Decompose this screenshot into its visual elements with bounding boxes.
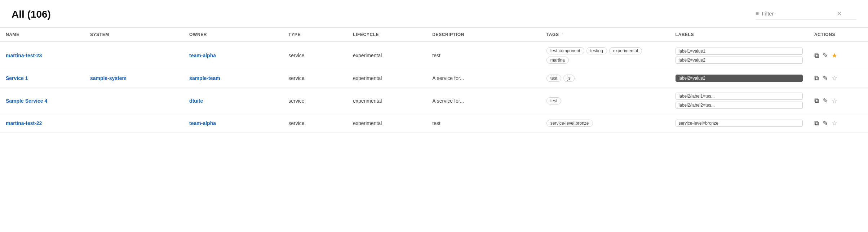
tag-pill: testing — [586, 47, 607, 54]
type-cell: service — [283, 69, 347, 88]
label-pill: label2/label1=tes... — [676, 93, 803, 100]
external-link-icon[interactable]: ⧉ — [814, 75, 819, 82]
name-cell: martina-test-23 — [0, 42, 84, 69]
col-header-labels: LABELS — [670, 28, 809, 42]
lifecycle-cell: experimental — [347, 114, 426, 133]
col-header-tags[interactable]: TAGS ↑ — [541, 28, 670, 42]
edit-icon[interactable]: ✎ — [823, 97, 828, 105]
edit-icon[interactable]: ✎ — [823, 74, 828, 82]
owner-cell: sample-team — [183, 69, 283, 88]
tag-pill: test-component — [546, 47, 584, 54]
col-header-owner: OWNER — [183, 28, 283, 42]
table-row: Service 1sample-systemsample-teamservice… — [0, 69, 868, 88]
system-cell — [84, 42, 183, 69]
system-cell: sample-system — [84, 69, 183, 88]
filter-input[interactable] — [762, 10, 834, 17]
star-empty-icon[interactable]: ☆ — [832, 74, 837, 82]
owner-link[interactable]: team-alpha — [189, 53, 216, 58]
description-cell: A service for... — [426, 69, 540, 88]
tags-cell: test — [541, 88, 670, 114]
system-cell — [84, 88, 183, 114]
col-header-description: DESCRIPTION — [426, 28, 540, 42]
description-cell: test — [426, 42, 540, 69]
entity-name-link[interactable]: Service 1 — [6, 75, 28, 81]
tag-pill: experimental — [609, 47, 642, 54]
labels-cell: label2=value2 — [670, 69, 809, 88]
entities-table: NAME SYSTEM OWNER TYPE LIFECYCLE — [0, 28, 868, 133]
name-cell: Sample Service 4 — [0, 88, 84, 114]
lifecycle-cell: experimental — [347, 88, 426, 114]
col-header-actions: ACTIONS — [809, 28, 868, 42]
page-container: All (106) ≡ ✕ NAME SYSTEM OWNER — [0, 0, 868, 232]
type-cell: service — [283, 42, 347, 69]
table-row: martina-test-23team-alphaserviceexperime… — [0, 42, 868, 69]
table-row: martina-test-22team-alphaserviceexperime… — [0, 114, 868, 133]
entity-name-link[interactable]: Sample Service 4 — [6, 98, 47, 104]
owner-link[interactable]: team-alpha — [189, 120, 216, 126]
actions-cell: ⧉✎☆ — [809, 69, 868, 88]
owner-cell: team-alpha — [183, 114, 283, 133]
tags-cell: test-componenttestingexperimentalmartina — [541, 42, 670, 69]
external-link-icon[interactable]: ⧉ — [814, 97, 819, 104]
label-pill: label2/label2=tes... — [676, 102, 803, 109]
type-cell: service — [283, 114, 347, 133]
tags-cell: service-level:bronze — [541, 114, 670, 133]
page-title: All (106) — [12, 9, 51, 20]
edit-icon[interactable]: ✎ — [823, 52, 828, 59]
actions-cell: ⧉✎☆ — [809, 114, 868, 133]
owner-link[interactable]: sample-team — [189, 75, 220, 81]
close-icon[interactable]: ✕ — [837, 10, 842, 18]
tag-pill: js — [563, 75, 575, 82]
table-row: Sample Service 4dtuiteserviceexperimenta… — [0, 88, 868, 114]
header: All (106) ≡ ✕ — [0, 0, 868, 28]
star-empty-icon[interactable]: ☆ — [832, 97, 837, 105]
type-cell: service — [283, 88, 347, 114]
actions-cell: ⧉✎☆ — [809, 88, 868, 114]
col-header-system: SYSTEM — [84, 28, 183, 42]
external-link-icon[interactable]: ⧉ — [814, 52, 819, 59]
tags-sort-icon: ↑ — [561, 32, 564, 37]
tags-cell: testjs — [541, 69, 670, 88]
edit-icon[interactable]: ✎ — [823, 119, 828, 127]
filter-icon: ≡ — [756, 10, 759, 17]
tag-pill: test — [546, 75, 561, 82]
owner-link[interactable]: dtuite — [189, 98, 203, 104]
system-cell — [84, 114, 183, 133]
col-header-name: NAME — [0, 28, 84, 42]
star-empty-icon[interactable]: ☆ — [832, 119, 837, 127]
col-header-type: TYPE — [283, 28, 347, 42]
labels-cell: label1=value1label2=value2 — [670, 42, 809, 69]
external-link-icon[interactable]: ⧉ — [814, 120, 819, 127]
table-header-row: NAME SYSTEM OWNER TYPE LIFECYCLE — [0, 28, 868, 42]
labels-cell: service-level=bronze — [670, 114, 809, 133]
label-pill: label2=value2 — [676, 75, 803, 82]
name-cell: Service 1 — [0, 69, 84, 88]
label-pill: service-level=bronze — [676, 120, 803, 127]
tag-pill: test — [546, 97, 561, 104]
label-pill: label2=value2 — [676, 57, 803, 64]
name-cell: martina-test-22 — [0, 114, 84, 133]
entity-name-link[interactable]: martina-test-23 — [6, 53, 42, 58]
col-header-lifecycle: LIFECYCLE — [347, 28, 426, 42]
actions-cell: ⧉✎★ — [809, 42, 868, 69]
filter-area: ≡ ✕ — [756, 10, 856, 19]
tag-pill: service-level:bronze — [546, 120, 593, 127]
owner-cell: dtuite — [183, 88, 283, 114]
lifecycle-cell: experimental — [347, 69, 426, 88]
table-wrapper: NAME SYSTEM OWNER TYPE LIFECYCLE — [0, 28, 868, 133]
entity-name-link[interactable]: martina-test-22 — [6, 120, 42, 126]
lifecycle-cell: experimental — [347, 42, 426, 69]
star-filled-icon[interactable]: ★ — [832, 52, 837, 59]
owner-cell: team-alpha — [183, 42, 283, 69]
tag-pill: martina — [546, 57, 569, 64]
description-cell: A service for... — [426, 88, 540, 114]
description-cell: test — [426, 114, 540, 133]
system-link[interactable]: sample-system — [90, 75, 127, 81]
labels-cell: label2/label1=tes...label2/label2=tes... — [670, 88, 809, 114]
label-pill: label1=value1 — [676, 48, 803, 55]
